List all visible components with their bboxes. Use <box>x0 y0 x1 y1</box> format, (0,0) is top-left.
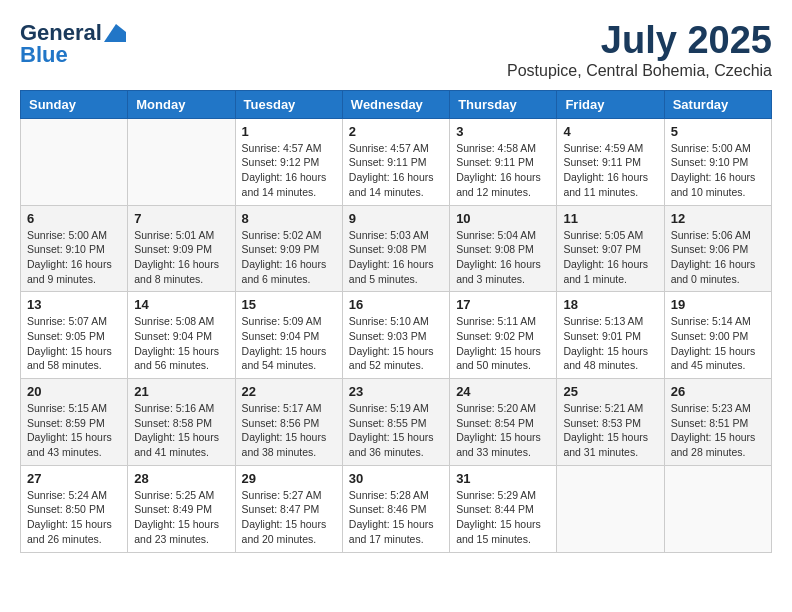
col-tuesday: Tuesday <box>235 90 342 118</box>
cell-detail: Sunset: 8:54 PM <box>456 416 550 431</box>
day-number: 22 <box>242 384 336 399</box>
cell-detail: Daylight: 15 hours and 56 minutes. <box>134 344 228 373</box>
day-number: 31 <box>456 471 550 486</box>
cell-detail: Daylight: 16 hours and 6 minutes. <box>242 257 336 286</box>
day-number: 18 <box>563 297 657 312</box>
table-cell: 25Sunrise: 5:21 AMSunset: 8:53 PMDayligh… <box>557 379 664 466</box>
cell-detail: Sunrise: 5:25 AM <box>134 488 228 503</box>
col-sunday: Sunday <box>21 90 128 118</box>
cell-detail: Daylight: 15 hours and 15 minutes. <box>456 517 550 546</box>
table-cell: 29Sunrise: 5:27 AMSunset: 8:47 PMDayligh… <box>235 465 342 552</box>
day-number: 24 <box>456 384 550 399</box>
day-number: 30 <box>349 471 443 486</box>
calendar-week-5: 27Sunrise: 5:24 AMSunset: 8:50 PMDayligh… <box>21 465 772 552</box>
day-number: 14 <box>134 297 228 312</box>
table-cell: 16Sunrise: 5:10 AMSunset: 9:03 PMDayligh… <box>342 292 449 379</box>
cell-detail: Daylight: 16 hours and 0 minutes. <box>671 257 765 286</box>
cell-detail: Daylight: 15 hours and 58 minutes. <box>27 344 121 373</box>
title-area: July 2025 Postupice, Central Bohemia, Cz… <box>507 20 772 80</box>
cell-detail: Sunrise: 5:03 AM <box>349 228 443 243</box>
cell-detail: Sunrise: 5:08 AM <box>134 314 228 329</box>
day-number: 17 <box>456 297 550 312</box>
cell-detail: Daylight: 15 hours and 45 minutes. <box>671 344 765 373</box>
table-cell <box>557 465 664 552</box>
day-number: 9 <box>349 211 443 226</box>
day-number: 6 <box>27 211 121 226</box>
cell-detail: Sunset: 9:04 PM <box>134 329 228 344</box>
cell-detail: Sunset: 8:51 PM <box>671 416 765 431</box>
cell-detail: Sunrise: 4:57 AM <box>242 141 336 156</box>
cell-detail: Sunset: 9:06 PM <box>671 242 765 257</box>
cell-detail: Daylight: 15 hours and 26 minutes. <box>27 517 121 546</box>
table-cell: 2Sunrise: 4:57 AMSunset: 9:11 PMDaylight… <box>342 118 449 205</box>
cell-detail: Daylight: 15 hours and 50 minutes. <box>456 344 550 373</box>
calendar-week-3: 13Sunrise: 5:07 AMSunset: 9:05 PMDayligh… <box>21 292 772 379</box>
col-saturday: Saturday <box>664 90 771 118</box>
cell-detail: Daylight: 15 hours and 48 minutes. <box>563 344 657 373</box>
cell-detail: Sunset: 8:46 PM <box>349 502 443 517</box>
cell-detail: Daylight: 16 hours and 11 minutes. <box>563 170 657 199</box>
day-number: 26 <box>671 384 765 399</box>
day-number: 3 <box>456 124 550 139</box>
cell-detail: Sunrise: 5:00 AM <box>27 228 121 243</box>
table-cell: 30Sunrise: 5:28 AMSunset: 8:46 PMDayligh… <box>342 465 449 552</box>
cell-detail: Sunrise: 5:19 AM <box>349 401 443 416</box>
cell-detail: Daylight: 16 hours and 9 minutes. <box>27 257 121 286</box>
table-cell: 12Sunrise: 5:06 AMSunset: 9:06 PMDayligh… <box>664 205 771 292</box>
cell-detail: Sunset: 8:58 PM <box>134 416 228 431</box>
table-cell: 27Sunrise: 5:24 AMSunset: 8:50 PMDayligh… <box>21 465 128 552</box>
cell-detail: Daylight: 15 hours and 20 minutes. <box>242 517 336 546</box>
cell-detail: Daylight: 16 hours and 14 minutes. <box>242 170 336 199</box>
cell-detail: Sunrise: 5:13 AM <box>563 314 657 329</box>
cell-detail: Sunrise: 5:21 AM <box>563 401 657 416</box>
cell-detail: Sunrise: 5:28 AM <box>349 488 443 503</box>
cell-detail: Sunrise: 5:11 AM <box>456 314 550 329</box>
cell-detail: Sunset: 9:01 PM <box>563 329 657 344</box>
cell-detail: Sunset: 9:08 PM <box>456 242 550 257</box>
cell-detail: Daylight: 15 hours and 41 minutes. <box>134 430 228 459</box>
cell-detail: Daylight: 15 hours and 52 minutes. <box>349 344 443 373</box>
cell-detail: Sunrise: 5:00 AM <box>671 141 765 156</box>
cell-detail: Sunset: 9:11 PM <box>563 155 657 170</box>
cell-detail: Sunset: 8:55 PM <box>349 416 443 431</box>
day-number: 7 <box>134 211 228 226</box>
cell-detail: Sunrise: 5:27 AM <box>242 488 336 503</box>
cell-detail: Daylight: 15 hours and 43 minutes. <box>27 430 121 459</box>
calendar-week-1: 1Sunrise: 4:57 AMSunset: 9:12 PMDaylight… <box>21 118 772 205</box>
cell-detail: Daylight: 15 hours and 28 minutes. <box>671 430 765 459</box>
cell-detail: Sunset: 9:10 PM <box>671 155 765 170</box>
table-cell: 28Sunrise: 5:25 AMSunset: 8:49 PMDayligh… <box>128 465 235 552</box>
table-cell: 26Sunrise: 5:23 AMSunset: 8:51 PMDayligh… <box>664 379 771 466</box>
day-number: 16 <box>349 297 443 312</box>
day-number: 8 <box>242 211 336 226</box>
day-number: 29 <box>242 471 336 486</box>
day-number: 11 <box>563 211 657 226</box>
table-cell: 18Sunrise: 5:13 AMSunset: 9:01 PMDayligh… <box>557 292 664 379</box>
day-number: 21 <box>134 384 228 399</box>
location-subtitle: Postupice, Central Bohemia, Czechia <box>507 62 772 80</box>
calendar-header-row: Sunday Monday Tuesday Wednesday Thursday… <box>21 90 772 118</box>
table-cell: 10Sunrise: 5:04 AMSunset: 9:08 PMDayligh… <box>450 205 557 292</box>
day-number: 1 <box>242 124 336 139</box>
cell-detail: Daylight: 16 hours and 5 minutes. <box>349 257 443 286</box>
table-cell: 31Sunrise: 5:29 AMSunset: 8:44 PMDayligh… <box>450 465 557 552</box>
table-cell: 22Sunrise: 5:17 AMSunset: 8:56 PMDayligh… <box>235 379 342 466</box>
cell-detail: Sunset: 9:11 PM <box>349 155 443 170</box>
cell-detail: Daylight: 15 hours and 33 minutes. <box>456 430 550 459</box>
col-thursday: Thursday <box>450 90 557 118</box>
day-number: 10 <box>456 211 550 226</box>
table-cell: 15Sunrise: 5:09 AMSunset: 9:04 PMDayligh… <box>235 292 342 379</box>
cell-detail: Sunrise: 5:14 AM <box>671 314 765 329</box>
day-number: 13 <box>27 297 121 312</box>
header: General Blue July 2025 Postupice, Centra… <box>20 20 772 80</box>
cell-detail: Sunrise: 5:04 AM <box>456 228 550 243</box>
cell-detail: Sunset: 9:10 PM <box>27 242 121 257</box>
cell-detail: Sunrise: 5:07 AM <box>27 314 121 329</box>
table-cell: 4Sunrise: 4:59 AMSunset: 9:11 PMDaylight… <box>557 118 664 205</box>
cell-detail: Sunset: 9:00 PM <box>671 329 765 344</box>
col-wednesday: Wednesday <box>342 90 449 118</box>
cell-detail: Daylight: 15 hours and 36 minutes. <box>349 430 443 459</box>
table-cell: 3Sunrise: 4:58 AMSunset: 9:11 PMDaylight… <box>450 118 557 205</box>
cell-detail: Sunrise: 5:29 AM <box>456 488 550 503</box>
cell-detail: Sunrise: 5:09 AM <box>242 314 336 329</box>
